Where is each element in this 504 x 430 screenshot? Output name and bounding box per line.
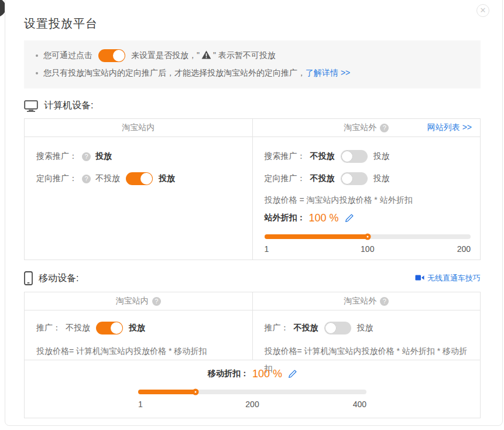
mobile-onsite-formula: 投放价格= 计算机淘宝站内投放价格 * 移动折扣 xyxy=(36,342,243,360)
row-label: 搜索推广： xyxy=(265,151,306,162)
toggle-knob xyxy=(341,151,353,162)
offsite-price-formula: 投放价格 = 淘宝站内投放价格 * 站外折扣 xyxy=(265,191,471,209)
toggle-knob xyxy=(140,173,152,185)
state-off-label: 不投放 xyxy=(66,323,90,333)
mobile-table: 淘宝站内 ? 淘宝站外 ? 推广： 不投放 投放 投放价格= 计算机淘宝站内投 xyxy=(24,292,481,418)
column-header-label: 淘宝站外 xyxy=(344,296,376,306)
help-icon[interactable]: ? xyxy=(380,124,389,132)
state-off-label: 不投放 xyxy=(310,151,335,162)
offsite-search-row: 搜索推广： 不投放 投放 xyxy=(265,145,471,168)
discount-value: 100 % xyxy=(252,368,282,380)
mobile-onsite-toggle[interactable] xyxy=(96,322,123,335)
page-title: 设置投放平台 xyxy=(24,16,502,32)
tick-mid: 100 xyxy=(333,244,402,254)
edit-icon[interactable] xyxy=(345,214,354,223)
mobile-discount-slider[interactable] xyxy=(138,390,366,394)
notice-line-2: 您只有投放淘宝站内的定向推广后，才能选择投放淘宝站外的定向推广， 了解详情 >> xyxy=(35,64,470,82)
state-on-label: 投放 xyxy=(159,173,175,184)
mobile-table-header: 淘宝站内 ? 淘宝站外 ? xyxy=(25,292,480,310)
page: ✕ 设置投放平台 您可通过点击 来设置是否投放，" " 表示暂不可投放 您只有投… xyxy=(0,0,504,430)
offsite-discount-slider[interactable] xyxy=(265,234,471,239)
onsite-target-toggle[interactable] xyxy=(126,172,153,185)
help-icon[interactable]: ? xyxy=(82,152,91,161)
onsite-target-row: 定向推广： ? 不投放 投放 xyxy=(36,168,243,190)
computer-table: 淘宝站内 淘宝站外 ? 网站列表 >> 搜索推广： ? 投放 定向推广： xyxy=(24,118,481,260)
toggle-knob xyxy=(113,50,125,62)
mobile-onsite-row: 推广： 不投放 投放 xyxy=(36,315,243,341)
state-off-label: 不投放 xyxy=(294,323,318,333)
state-off-label: 不投放 xyxy=(310,173,335,184)
demo-toggle[interactable] xyxy=(98,49,125,62)
phone-icon xyxy=(24,271,33,285)
state-off-label: 不投放 xyxy=(95,173,120,184)
mobile-offsite-cell: 推广： 不投放 投放 投放价格= 计算机淘宝站内投放价格 * 站外折扣 * 移动… xyxy=(252,310,481,360)
tick-mid: 200 xyxy=(214,400,290,409)
row-label: 推广： xyxy=(265,323,289,333)
edit-icon[interactable] xyxy=(288,370,297,378)
computer-onsite-cell: 搜索推广： ? 投放 定向推广： ? 不投放 投放 xyxy=(25,137,252,260)
notice-line-1: 您可通过点击 来设置是否投放，" " 表示暂不可投放 xyxy=(35,47,470,64)
slider-ticks: 1 100 200 xyxy=(265,244,471,254)
mobile-offsite-row: 推广： 不投放 投放 xyxy=(265,315,471,341)
offsite-search-toggle[interactable] xyxy=(341,150,368,163)
column-header-offsite: 淘宝站外 ? xyxy=(252,292,481,310)
column-header-offsite: 淘宝站外 ? 网站列表 >> xyxy=(252,119,481,136)
help-icon[interactable]: ? xyxy=(82,175,91,183)
row-label: 定向推广： xyxy=(36,173,77,184)
column-header-label: 淘宝站内 xyxy=(122,122,155,133)
section-title: 移动设备: xyxy=(39,272,78,285)
learn-more-link[interactable]: 了解详情 >> xyxy=(306,68,350,79)
bullet-dot xyxy=(36,72,38,74)
tick-min: 1 xyxy=(138,400,214,409)
mobile-section-header: 移动设备: 无线直通车技巧 xyxy=(24,271,481,285)
mobile-onsite-cell: 推广： 不投放 投放 投放价格= 计算机淘宝站内投放价格 * 移动折扣 xyxy=(25,310,252,360)
mobile-offsite-formula: 投放价格= 计算机淘宝站内投放价格 * 站外折扣 * 移动折扣 xyxy=(265,342,471,360)
discount-value: 100 % xyxy=(309,212,339,224)
warning-icon xyxy=(201,50,211,61)
notice-text: " 表示暂不可投放 xyxy=(213,50,276,61)
wireless-tips: 无线直通车技巧 xyxy=(415,273,481,284)
slider-handle[interactable] xyxy=(192,389,198,395)
offsite-discount-line: 站外折扣： 100 % xyxy=(265,209,471,227)
help-icon[interactable]: ? xyxy=(380,297,389,306)
site-list-link[interactable]: 网站列表 >> xyxy=(427,122,472,133)
bullet-dot xyxy=(36,54,38,57)
column-header-label: 淘宝站内 xyxy=(116,296,149,306)
notice-text: 您可通过点击 xyxy=(43,50,92,61)
slider-fill xyxy=(138,390,196,394)
offsite-target-row: 定向推广： 不投放 投放 xyxy=(265,168,471,190)
computer-offsite-cell: 搜索推广： 不投放 投放 定向推广： 不投放 投放 投放价格 = 淘宝站内投放价… xyxy=(252,137,481,260)
mobile-offsite-toggle[interactable] xyxy=(324,322,351,335)
notice-text: 您只有投放淘宝站内的定向推广后，才能选择投放淘宝站外的定向推广， xyxy=(43,68,306,79)
state-on-label: 投放 xyxy=(357,323,373,333)
section-title: 计算机设备: xyxy=(44,100,93,112)
column-header-onsite: 淘宝站内 ? xyxy=(25,292,252,310)
state-value: 投放 xyxy=(95,151,112,162)
computer-table-header: 淘宝站内 淘宝站外 ? 网站列表 >> xyxy=(25,119,480,137)
wireless-tips-link[interactable]: 无线直通车技巧 xyxy=(427,273,481,284)
video-icon xyxy=(415,274,424,283)
column-header-label: 淘宝站外 xyxy=(344,122,376,133)
settings-dialog: ✕ 设置投放平台 您可通过点击 来设置是否投放，" " 表示暂不可投放 您只有投… xyxy=(5,0,503,426)
mobile-discount-footer: 移动折扣： 100 % 1 200 400 xyxy=(25,360,480,418)
notice-box: 您可通过点击 来设置是否投放，" " 表示暂不可投放 您只有投放淘宝站内的定向推… xyxy=(24,40,481,88)
row-label: 推广： xyxy=(36,323,61,333)
onsite-search-row: 搜索推广： ? 投放 xyxy=(36,145,243,168)
column-header-onsite: 淘宝站内 xyxy=(25,119,252,136)
offsite-target-toggle[interactable] xyxy=(341,172,368,185)
state-on-label: 投放 xyxy=(129,323,145,333)
close-icon[interactable]: ✕ xyxy=(476,4,489,17)
notice-text: 来设置是否投放，" xyxy=(131,50,200,61)
slider-fill xyxy=(265,234,368,239)
toggle-knob xyxy=(325,322,337,334)
row-label: 定向推广： xyxy=(265,173,306,184)
slider-handle[interactable] xyxy=(364,234,371,240)
toggle-knob xyxy=(341,173,353,185)
discount-label: 移动折扣： xyxy=(208,368,249,379)
state-on-label: 投放 xyxy=(373,151,390,162)
computer-section-header: 计算机设备: xyxy=(24,100,481,112)
row-label: 搜索推广： xyxy=(36,151,77,162)
tick-max: 200 xyxy=(402,244,471,254)
state-on-label: 投放 xyxy=(373,173,390,184)
help-icon[interactable]: ? xyxy=(152,297,161,306)
